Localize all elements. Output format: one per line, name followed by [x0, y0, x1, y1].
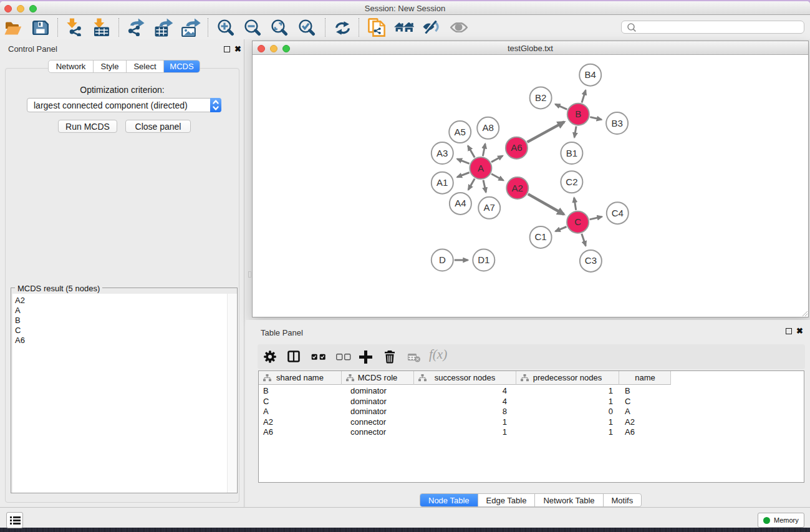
svg-text:B4: B4: [585, 69, 596, 80]
svg-text:A6: A6: [511, 142, 522, 153]
svg-text:A8: A8: [483, 122, 494, 133]
svg-text:B: B: [575, 109, 581, 119]
svg-text:B1: B1: [566, 148, 577, 158]
svg-text:A2: A2: [512, 183, 523, 193]
svg-text:B2: B2: [535, 92, 546, 103]
svg-text:B3: B3: [611, 118, 622, 128]
svg-text:C3: C3: [585, 255, 597, 266]
svg-text:C4: C4: [612, 208, 624, 218]
svg-text:A4: A4: [455, 198, 466, 208]
svg-text:C: C: [574, 216, 581, 227]
svg-text:A7: A7: [484, 202, 495, 213]
svg-text:A1: A1: [436, 177, 448, 188]
svg-text:C2: C2: [566, 177, 577, 187]
svg-text:C1: C1: [535, 231, 547, 242]
svg-text:D: D: [439, 254, 446, 265]
svg-text:D1: D1: [478, 254, 489, 265]
svg-text:A: A: [478, 163, 484, 173]
svg-text:A3: A3: [436, 148, 448, 158]
svg-text:A5: A5: [455, 127, 466, 137]
svg-text:f(x): f(x): [429, 347, 447, 362]
